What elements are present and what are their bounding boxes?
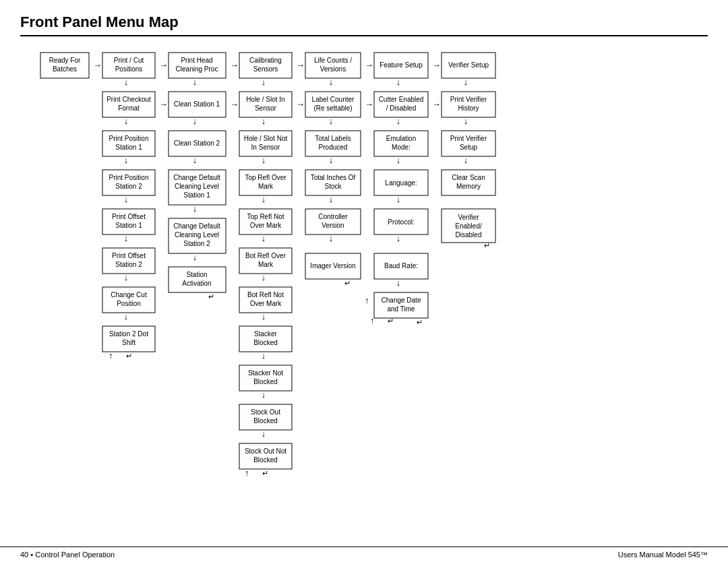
diagram: Ready For Batches → Print / Cut Position… (20, 46, 607, 558)
svg-text:Hole / Slot Not: Hole / Slot Not (244, 135, 288, 142)
svg-text:↓: ↓ (262, 77, 266, 87)
svg-text:Print Checkout: Print Checkout (107, 96, 151, 103)
svg-text:Over Mark: Over Mark (250, 222, 282, 229)
svg-text:↓: ↓ (124, 116, 129, 126)
svg-text:Cutter Enabled: Cutter Enabled (379, 96, 424, 103)
svg-text:↵: ↵ (262, 469, 268, 477)
svg-text:Verifier: Verifier (458, 214, 479, 221)
svg-text:↓: ↓ (262, 116, 266, 126)
svg-text:Hole / Slot In: Hole / Slot In (246, 96, 284, 103)
footer-left: 40 • Control Panel Operation (20, 551, 115, 559)
svg-text:Blocked: Blocked (253, 378, 278, 385)
svg-text:Station 1: Station 1 (115, 144, 142, 151)
svg-text:↵: ↵ (344, 279, 351, 287)
svg-text:↓: ↓ (193, 116, 198, 126)
svg-text:Bot Refl Not: Bot Refl Not (247, 291, 284, 299)
svg-text:Emulation: Emulation (386, 135, 416, 142)
svg-text:↑: ↑ (365, 295, 369, 305)
svg-text:Change Default: Change Default (173, 174, 220, 181)
svg-text:→: → (296, 99, 305, 109)
svg-text:Bot Refl Over: Bot Refl Over (245, 252, 286, 259)
svg-text:↓: ↓ (329, 233, 334, 243)
svg-text:Life Counts /: Life Counts / (314, 57, 352, 64)
svg-text:↓: ↓ (124, 311, 129, 321)
svg-text:↵: ↵ (484, 241, 490, 249)
svg-text:↓: ↓ (464, 116, 468, 126)
svg-text:Change Default: Change Default (173, 222, 220, 230)
svg-text:Top Refl Over: Top Refl Over (245, 174, 286, 181)
svg-text:↓: ↓ (124, 155, 129, 165)
svg-text:↓: ↓ (124, 272, 129, 282)
svg-text:Print Verifier: Print Verifier (450, 96, 487, 103)
svg-text:Produced: Produced (319, 144, 348, 151)
svg-text:Change Date: Change Date (382, 296, 421, 304)
svg-text:Activation: Activation (182, 280, 211, 287)
svg-text:↓: ↓ (193, 77, 198, 87)
svg-text:In Sensor: In Sensor (251, 144, 280, 151)
svg-text:↵: ↵ (417, 318, 423, 326)
svg-text:Cleaning Level: Cleaning Level (175, 183, 219, 190)
svg-text:Imager Version: Imager Version (310, 262, 355, 270)
svg-text:Label Counter: Label Counter (312, 96, 355, 103)
svg-text:Baud Rate:: Baud Rate: (384, 262, 418, 270)
svg-text:↵: ↵ (208, 292, 214, 301)
svg-text:↓: ↓ (262, 389, 266, 400)
svg-text:Total Labels: Total Labels (315, 135, 351, 142)
svg-text:↓: ↓ (464, 155, 468, 165)
svg-text:Print Position: Print Position (109, 135, 149, 142)
footer: 40 • Control Panel Operation Users Manua… (0, 547, 728, 562)
svg-text:Station 2 Dot: Station 2 Dot (109, 330, 148, 338)
svg-text:Stock Out: Stock Out (251, 408, 280, 416)
svg-text:Clean Station 2: Clean Station 2 (174, 139, 220, 147)
svg-text:Feature Setup: Feature Setup (380, 61, 423, 69)
svg-text:→: → (365, 99, 373, 109)
svg-text:Clean Station 1: Clean Station 1 (174, 100, 220, 108)
svg-text:↑: ↑ (370, 315, 375, 325)
svg-text:Blocked: Blocked (253, 339, 278, 346)
svg-text:Mark: Mark (258, 261, 274, 268)
svg-text:Memory: Memory (456, 183, 481, 190)
svg-text:→: → (230, 60, 239, 70)
svg-text:Print Position: Print Position (109, 174, 149, 181)
svg-text:Verifier Setup: Verifier Setup (448, 61, 489, 69)
svg-text:↓: ↓ (396, 194, 401, 204)
svg-text:Sensors: Sensors (253, 65, 278, 73)
svg-text:Print Verifier: Print Verifier (450, 135, 487, 142)
svg-text:/ Disabled: / Disabled (386, 104, 416, 112)
svg-text:Mode:: Mode: (392, 144, 411, 151)
svg-text:Print Offset: Print Offset (112, 252, 146, 259)
svg-text:Print Head: Print Head (181, 57, 212, 64)
svg-text:Station 1: Station 1 (115, 222, 142, 229)
svg-text:Positions: Positions (115, 65, 143, 73)
svg-text:Station 1: Station 1 (183, 191, 210, 199)
svg-text:Language:: Language: (385, 179, 417, 187)
svg-text:↓: ↓ (262, 272, 266, 282)
svg-text:Versions: Versions (320, 65, 346, 73)
page: Front Panel Menu Map Ready For Batches →… (0, 0, 728, 562)
svg-text:↓: ↓ (329, 194, 334, 204)
svg-text:Stock Out Not: Stock Out Not (245, 447, 286, 455)
svg-text:↓: ↓ (124, 194, 129, 204)
svg-text:↑: ↑ (109, 350, 113, 361)
svg-text:↓: ↓ (464, 77, 468, 87)
svg-text:Disabled: Disabled (456, 231, 482, 239)
svg-text:(Re settable): (Re settable) (313, 104, 352, 112)
svg-text:Print / Cut: Print / Cut (114, 57, 144, 64)
svg-text:Change Cut: Change Cut (111, 291, 147, 299)
svg-text:↓: ↓ (262, 311, 266, 321)
svg-text:→: → (93, 60, 102, 70)
svg-text:→: → (230, 99, 239, 109)
svg-text:↓: ↓ (396, 233, 401, 243)
svg-text:Clear Scan: Clear Scan (452, 174, 485, 181)
svg-text:→: → (159, 60, 168, 70)
svg-text:Shift: Shift (122, 339, 135, 346)
svg-text:↓: ↓ (396, 155, 401, 165)
footer-right: Users Manual Model 545™ (618, 551, 708, 559)
svg-text:Ready For: Ready For (49, 57, 81, 64)
svg-text:→: → (365, 60, 373, 70)
svg-text:↓: ↓ (262, 194, 266, 204)
svg-text:↓: ↓ (329, 116, 334, 126)
svg-text:→: → (432, 99, 441, 109)
svg-text:→: → (159, 99, 168, 109)
svg-text:Format: Format (118, 104, 140, 112)
